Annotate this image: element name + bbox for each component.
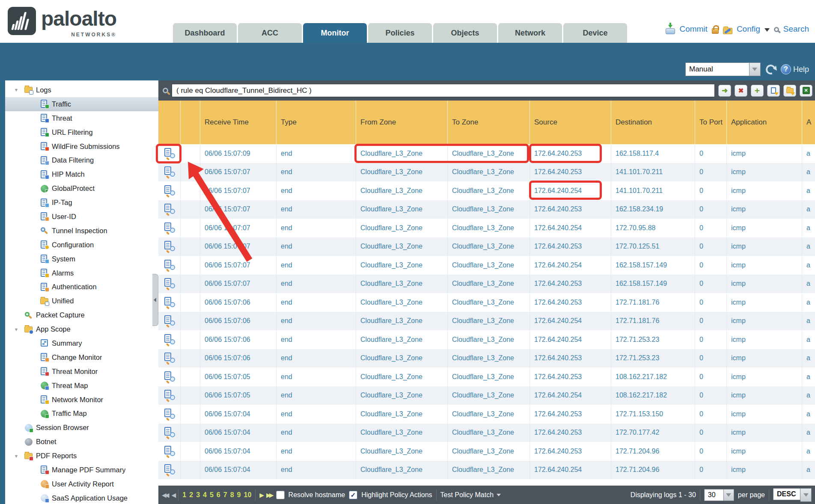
destination-cell[interactable]: 108.162.217.182 [611,386,695,405]
sidebar-item[interactable]: ▼ Session Browser [5,421,158,435]
sidebar-item[interactable]: ▼ Manage PDF Summary [5,463,158,477]
log-detail-icon[interactable] [164,389,175,401]
destination-cell[interactable]: 172.70.95.88 [611,219,695,237]
source-cell[interactable]: 172.64.240.253 [530,144,611,163]
from-zone-cell[interactable]: Cloudflare_L3_Zone [356,293,448,312]
sidebar-item[interactable]: ▼ Data Filtering [5,153,158,167]
from-zone-cell[interactable]: Cloudflare_L3_Zone [356,330,448,349]
sidebar-item[interactable]: ▼ HIP Match [5,167,158,181]
column-header-from-zone[interactable]: From Zone [356,101,448,144]
export-logs-button[interactable]: ✕ [800,85,812,97]
nav-tab[interactable]: Policies [368,23,432,43]
sidebar-item[interactable]: ▼ User Activity Report [5,477,158,491]
to-zone-cell[interactable]: Cloudflare_L3_Zone [448,219,530,237]
application-cell[interactable]: icmp [727,200,802,219]
sidebar-item[interactable]: ▼ Alarms [5,266,158,280]
page-number[interactable]: 1 [182,491,186,499]
resolve-hostname-checkbox[interactable] [276,491,285,499]
from-zone-cell[interactable]: Cloudflare_L3_Zone [356,461,448,480]
commit-button[interactable]: Commit [679,24,707,34]
destination-cell[interactable]: 162.158.157.149 [611,275,695,294]
apply-filter-button[interactable]: ➜ [718,85,731,97]
page-number[interactable]: 10 [244,491,251,499]
from-zone-cell[interactable]: Cloudflare_L3_Zone [356,163,448,182]
destination-cell[interactable]: 172.70.125.51 [611,237,695,256]
per-page-select[interactable]: 30 [704,489,734,501]
log-detail-icon[interactable] [164,334,175,346]
filter-builder-button[interactable] [767,85,780,97]
sidebar-item[interactable]: ▼ Logs [5,83,158,97]
sidebar-item[interactable]: ▼ Traffic [5,97,158,111]
sidebar-item[interactable]: ▼ Network Monitor [5,393,158,407]
column-header-type[interactable]: Type [277,101,356,144]
page-number[interactable]: 5 [210,491,214,499]
page-number[interactable]: 4 [203,491,207,499]
log-row[interactable]: 06/06 15:07:07 end Cloudflare_L3_Zone Cl… [158,181,815,200]
from-zone-cell[interactable]: Cloudflare_L3_Zone [356,200,448,219]
sort-order-select[interactable]: DESC [773,488,812,502]
destination-cell[interactable]: 172.71.204.96 [611,442,695,461]
destination-cell[interactable]: 162.158.117.4 [611,144,695,163]
source-cell[interactable]: 172.64.240.253 [530,368,611,386]
source-cell[interactable]: 172.64.240.253 [530,442,611,461]
log-detail-icon[interactable] [164,352,175,364]
sidebar-item[interactable]: ▼ PDF Reports [5,449,158,463]
next-page-button[interactable]: ▶ [259,492,262,498]
application-cell[interactable]: icmp [727,312,802,331]
log-detail-icon[interactable] [164,185,175,197]
application-cell[interactable]: icmp [727,461,802,480]
application-cell[interactable]: icmp [727,330,802,349]
source-cell[interactable]: 172.64.240.253 [530,405,611,424]
test-policy-match-button[interactable]: Test Policy Match [440,491,501,499]
column-header-receive-time[interactable]: Receive Time [200,101,277,144]
source-cell[interactable]: 172.64.240.254 [530,312,611,331]
sidebar-collapse-handle[interactable] [152,274,158,326]
nav-tab[interactable]: Objects [433,23,497,43]
help-icon[interactable]: ? [781,64,791,74]
sidebar-item[interactable]: ▼ Threat [5,111,158,125]
prev-page-button[interactable]: ◀ [172,492,175,498]
to-zone-cell[interactable]: Cloudflare_L3_Zone [448,349,530,368]
log-detail-icon[interactable] [164,315,175,327]
application-cell[interactable]: icmp [727,144,802,163]
page-number[interactable]: 8 [230,491,234,499]
source-cell[interactable]: 172.64.240.253 [530,293,611,312]
sidebar-item[interactable]: ▼ Change Monitor [5,350,158,365]
log-row[interactable]: 06/06 15:07:07 end Cloudflare_L3_Zone Cl… [158,256,815,275]
expand-arrow-icon[interactable]: ▼ [11,87,21,92]
sidebar-item[interactable]: ▼ SaaS Application Usage [5,491,158,504]
expand-arrow-icon[interactable]: ▼ [11,327,21,332]
to-zone-cell[interactable]: Cloudflare_L3_Zone [448,312,530,331]
log-row[interactable]: 06/06 15:07:06 end Cloudflare_L3_Zone Cl… [158,330,815,349]
log-row[interactable]: 06/06 15:07:09 end Cloudflare_L3_Zone Cl… [158,144,815,163]
destination-cell[interactable]: 172.71.253.23 [611,349,695,368]
from-zone-cell[interactable]: Cloudflare_L3_Zone [356,144,448,163]
application-cell[interactable]: icmp [727,181,802,200]
log-detail-icon[interactable] [164,464,175,476]
log-row[interactable]: 06/06 15:07:05 end Cloudflare_L3_Zone Cl… [158,368,815,386]
nav-tab[interactable]: Network [498,23,562,43]
sidebar-item[interactable]: ▼ URL Filtering [5,125,158,139]
to-zone-cell[interactable]: Cloudflare_L3_Zone [448,424,530,442]
source-cell[interactable]: 172.64.240.253 [530,200,611,219]
column-header-to-port[interactable]: To Port [695,101,727,144]
sidebar-item[interactable]: ▼ User-ID [5,210,158,224]
sidebar-item[interactable]: ▼ Traffic Map [5,406,158,421]
log-row[interactable]: 06/06 15:07:04 end Cloudflare_L3_Zone Cl… [158,442,815,461]
application-cell[interactable]: icmp [727,349,802,368]
to-zone-cell[interactable]: Cloudflare_L3_Zone [448,330,530,349]
source-cell[interactable]: 172.64.240.254 [530,219,611,237]
to-zone-cell[interactable]: Cloudflare_L3_Zone [448,256,530,275]
application-cell[interactable]: icmp [727,368,802,386]
log-row[interactable]: 06/06 15:07:04 end Cloudflare_L3_Zone Cl… [158,461,815,480]
from-zone-cell[interactable]: Cloudflare_L3_Zone [356,256,448,275]
from-zone-cell[interactable]: Cloudflare_L3_Zone [356,312,448,331]
to-zone-cell[interactable]: Cloudflare_L3_Zone [448,386,530,405]
destination-cell[interactable]: 172.71.181.76 [611,312,695,331]
lock-icon[interactable] [712,28,719,34]
source-cell[interactable]: 172.64.240.254 [530,461,611,480]
log-row[interactable]: 06/06 15:07:06 end Cloudflare_L3_Zone Cl… [158,293,815,312]
to-zone-cell[interactable]: Cloudflare_L3_Zone [448,275,530,294]
sidebar-item[interactable]: ▼ Botnet [5,435,158,449]
to-zone-cell[interactable]: Cloudflare_L3_Zone [448,461,530,480]
